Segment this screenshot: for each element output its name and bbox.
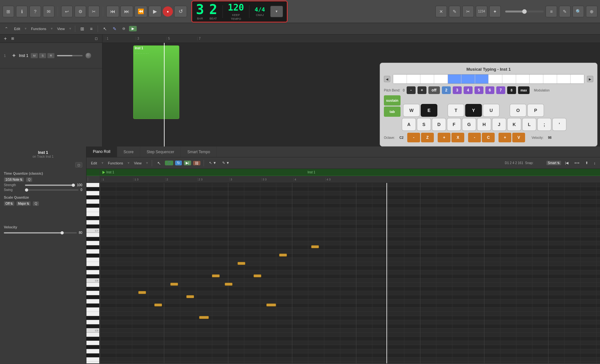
piano-key-C7[interactable]: C7	[86, 229, 99, 233]
pr-zoom-in[interactable]: ⬆	[583, 160, 590, 166]
oct-minus-btn[interactable]: -	[407, 133, 420, 142]
tab-piano-roll[interactable]: Piano Roll	[86, 146, 117, 157]
snap-control[interactable]: Smart ⇅	[546, 161, 561, 165]
arm-btn[interactable]: R	[47, 53, 54, 58]
piano-key-A4[interactable]	[86, 341, 99, 345]
piano-key-D#6[interactable]	[86, 266, 99, 270]
piano-key-G#6[interactable]	[86, 245, 99, 249]
pr-view-menu-btn[interactable]: View	[132, 161, 143, 166]
pr-pencil-btn[interactable]: ✎ ▼	[220, 160, 231, 166]
pr-zoom-v[interactable]: ↕	[592, 161, 598, 166]
velocity-slider[interactable]	[4, 232, 77, 233]
velocity-thumb[interactable]	[61, 231, 64, 234]
pencil-tool-btn[interactable]: ✎	[111, 26, 118, 32]
key-a[interactable]: A	[402, 118, 416, 131]
pr-scroll-right[interactable]: ⟺	[572, 160, 581, 166]
piano-key-C#6[interactable]	[86, 274, 99, 279]
pb-8-btn[interactable]: 8	[507, 86, 516, 94]
mail-btn[interactable]: ✉	[43, 6, 54, 17]
pr-note[interactable]	[199, 316, 209, 319]
info-btn[interactable]: ℹ	[16, 6, 28, 17]
piano-key-D5[interactable]	[86, 320, 99, 324]
piano-key-G4[interactable]	[86, 349, 99, 353]
piano-key-F#5[interactable]	[86, 304, 99, 308]
pb-4-btn[interactable]: 4	[464, 86, 473, 94]
key-j[interactable]: J	[492, 118, 506, 131]
pr-note[interactable]	[279, 254, 287, 257]
key-s[interactable]: S	[417, 118, 431, 131]
piano-key-F7[interactable]	[86, 208, 99, 212]
pr-note[interactable]	[254, 274, 261, 277]
piano-key-B7[interactable]	[86, 183, 99, 187]
key-l[interactable]: L	[522, 118, 536, 131]
piano-key-A7[interactable]	[86, 191, 99, 195]
track-settings-btn[interactable]: ⊞	[9, 36, 16, 41]
draw-btn[interactable]: ✎	[449, 6, 460, 17]
piano-key-C5[interactable]: C5	[86, 328, 99, 333]
pr-midi-btn[interactable]: 🎵	[165, 161, 173, 165]
sq-q-btn[interactable]: Q	[33, 201, 39, 206]
piano-key-D6[interactable]	[86, 270, 99, 274]
tab-step-sequencer[interactable]: Step Sequencer	[140, 146, 181, 157]
view-menu-btn[interactable]: View	[55, 26, 67, 31]
key-k[interactable]: K	[507, 118, 521, 131]
pr-note[interactable]	[266, 304, 276, 306]
piano-key-A6[interactable]	[86, 241, 99, 245]
q-btn[interactable]: Q	[26, 177, 32, 182]
key-f[interactable]: F	[447, 118, 461, 131]
pr-note[interactable]	[170, 283, 178, 286]
key-t[interactable]: T	[448, 104, 464, 117]
pb-6-btn[interactable]: 6	[485, 86, 494, 94]
swing-slider[interactable]	[25, 189, 78, 191]
pr-tool1[interactable]: ↖	[155, 160, 163, 166]
pr-scroll-left[interactable]: |◀	[563, 160, 571, 166]
tab-score[interactable]: Score	[117, 146, 140, 157]
star-btn[interactable]: ✦	[489, 6, 501, 17]
piano-key-D#5[interactable]	[86, 316, 99, 320]
key-g[interactable]: G	[462, 118, 476, 131]
sq-major-control[interactable]: Major ⇅	[16, 201, 31, 206]
record-btn[interactable]: ●	[163, 6, 173, 17]
solo-btn[interactable]: S	[39, 53, 46, 58]
vel-c-btn[interactable]: C	[482, 133, 495, 142]
pr-note[interactable]	[212, 274, 220, 277]
functions-menu-btn[interactable]: Functions	[29, 26, 48, 31]
piano-key-F6[interactable]	[86, 258, 99, 262]
pr-functions-menu-btn[interactable]: Functions	[106, 161, 125, 166]
piano-key-C6[interactable]: C6	[86, 279, 99, 283]
search-btn[interactable]: 🔍	[572, 6, 584, 17]
pr-note[interactable]	[238, 262, 245, 265]
pr-note[interactable]	[186, 295, 194, 298]
oct-z-btn[interactable]: Z	[421, 133, 434, 142]
help-btn[interactable]: ?	[29, 6, 41, 17]
key-d[interactable]: D	[432, 118, 446, 131]
piano-key-F4[interactable]	[86, 358, 99, 362]
sq-off-control[interactable]: Off ⇅	[4, 201, 14, 206]
clear-btn[interactable]: ✕	[435, 6, 447, 17]
pr-note[interactable]	[138, 291, 146, 294]
grid-btn[interactable]: ⊞	[3, 6, 14, 17]
piano-key-G6[interactable]	[86, 249, 99, 254]
vel-v-btn[interactable]: V	[512, 133, 525, 142]
pr-note[interactable]	[311, 245, 319, 248]
arrange-region[interactable]: Inst 1 · · · · · · · · ·	[133, 45, 179, 119]
track-expand-btn[interactable]: ◻	[93, 36, 100, 41]
piano-key-B6[interactable]	[86, 233, 99, 237]
pb-minus-btn[interactable]: -	[407, 86, 416, 94]
pr-chase-btn[interactable]: ▶|	[184, 161, 191, 165]
expand-panel-btn[interactable]: ◻	[75, 162, 82, 168]
pb-max-btn[interactable]: max	[518, 86, 530, 94]
piano-key-B4[interactable]	[86, 333, 99, 337]
sliders-btn[interactable]: ⚙	[75, 6, 86, 17]
key-y[interactable]: Y	[465, 104, 482, 117]
scissors-btn[interactable]: ✂	[88, 6, 100, 17]
vel-minus-btn[interactable]: -	[468, 133, 481, 142]
sustain-btn[interactable]: sustain	[384, 95, 401, 106]
pr-loop-btn[interactable]: ↻	[175, 161, 182, 165]
mt-next-btn[interactable]: ▶	[587, 76, 593, 82]
mt-prev-btn[interactable]: ◀	[384, 76, 390, 82]
note-value-control[interactable]: 1/16 Note ⇅	[4, 177, 24, 182]
numbers-btn[interactable]: 1234	[476, 6, 487, 17]
swing-thumb[interactable]	[25, 188, 28, 192]
eraser-tool-btn[interactable]: ⊖	[120, 26, 127, 31]
